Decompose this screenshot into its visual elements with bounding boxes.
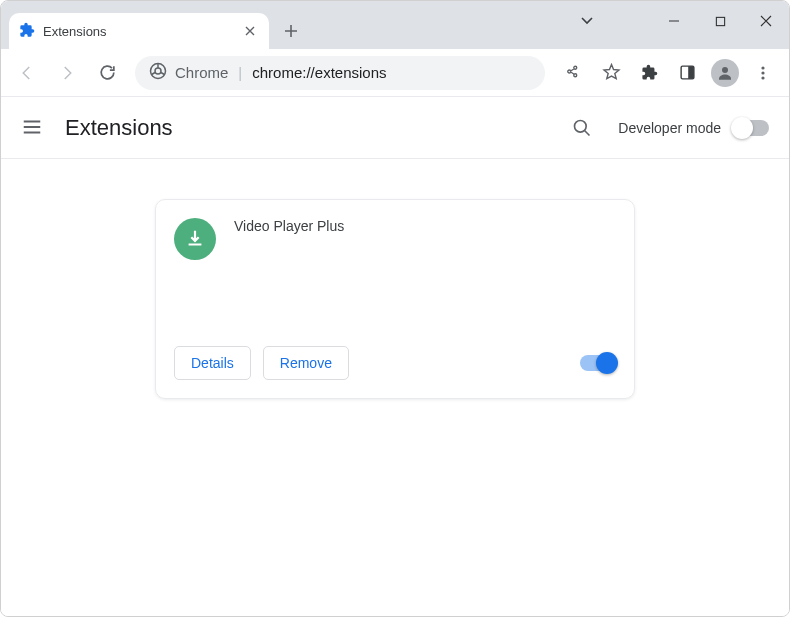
menu-button[interactable] <box>745 55 781 91</box>
tab-title: Extensions <box>43 24 107 39</box>
svg-rect-0 <box>716 17 724 25</box>
tab-search-button[interactable] <box>580 13 594 31</box>
omnibox-source: Chrome <box>175 64 228 81</box>
remove-button[interactable]: Remove <box>263 346 349 380</box>
share-button[interactable] <box>555 55 591 91</box>
developer-mode-toggle[interactable] <box>733 120 769 136</box>
address-bar[interactable]: Chrome | chrome://extensions <box>135 56 545 90</box>
back-button[interactable] <box>9 55 45 91</box>
details-button[interactable]: Details <box>174 346 251 380</box>
side-panel-button[interactable] <box>669 55 705 91</box>
close-window-button[interactable] <box>743 1 789 41</box>
page-title: Extensions <box>65 115 173 141</box>
puzzle-icon <box>19 22 35 41</box>
extension-card: Video Player Plus Details Remove <box>155 199 635 399</box>
extension-card-footer: Details Remove <box>174 346 616 380</box>
profile-button[interactable] <box>707 55 743 91</box>
tab-strip: Extensions <box>1 9 305 49</box>
omnibox-text: Chrome | chrome://extensions <box>175 64 387 81</box>
header-actions: Developer mode <box>564 110 769 146</box>
reload-button[interactable] <box>89 55 125 91</box>
close-tab-button[interactable] <box>241 22 259 40</box>
omnibox-divider: | <box>238 64 242 81</box>
extension-card-body: Video Player Plus <box>174 218 616 346</box>
svg-point-9 <box>575 120 587 132</box>
maximize-button[interactable] <box>697 1 743 41</box>
svg-point-6 <box>761 66 764 69</box>
omnibox-url: chrome://extensions <box>252 64 386 81</box>
window-controls <box>651 1 789 41</box>
extensions-header: Extensions Developer mode <box>1 97 789 159</box>
minimize-button[interactable] <box>651 1 697 41</box>
browser-tab[interactable]: Extensions <box>9 13 269 49</box>
extension-name: Video Player Plus <box>234 218 344 234</box>
developer-mode-label: Developer mode <box>618 120 721 136</box>
toolbar-actions <box>555 55 781 91</box>
extension-info: Video Player Plus <box>234 218 344 346</box>
avatar-icon <box>711 59 739 87</box>
chrome-logo-icon <box>149 62 167 83</box>
extension-icon <box>174 218 216 260</box>
extensions-button[interactable] <box>631 55 667 91</box>
svg-point-8 <box>761 76 764 79</box>
forward-button[interactable] <box>49 55 85 91</box>
svg-rect-4 <box>688 66 694 79</box>
browser-window: Extensions <box>0 0 790 617</box>
svg-point-5 <box>722 67 728 73</box>
svg-point-7 <box>761 71 764 74</box>
titlebar: Extensions <box>1 1 789 49</box>
browser-toolbar: Chrome | chrome://extensions <box>1 49 789 97</box>
main-menu-button[interactable] <box>21 116 45 140</box>
developer-mode-row: Developer mode <box>618 120 769 136</box>
bookmark-button[interactable] <box>593 55 629 91</box>
svg-point-2 <box>155 68 161 74</box>
new-tab-button[interactable] <box>277 17 305 45</box>
extensions-content: Video Player Plus Details Remove <box>1 159 789 616</box>
extension-enable-toggle[interactable] <box>580 355 616 371</box>
search-extensions-button[interactable] <box>564 110 600 146</box>
